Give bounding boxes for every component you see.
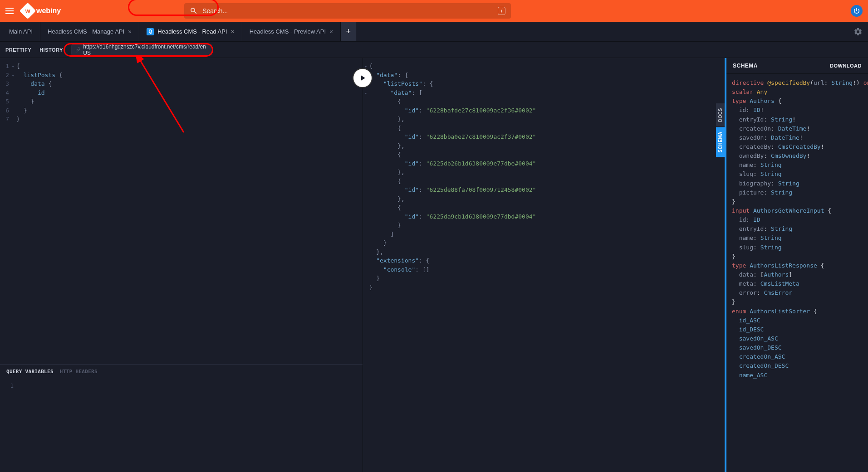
schema-line: name: String	[732, 161, 863, 170]
endpoint-url-input[interactable]: https://d16nhgqznszc7v.cloudfront.net/cm…	[71, 44, 212, 55]
schema-line: createdBy: CmsCreatedBy!	[732, 142, 863, 151]
global-search[interactable]: /	[184, 3, 511, 19]
variables-panel: QUERY VARIABLES HTTP HEADERS 1	[0, 364, 363, 468]
query-variables-tab[interactable]: QUERY VARIABLES	[6, 368, 54, 376]
play-icon	[358, 73, 367, 83]
graphql-toolbar: PRETTIFY HISTORY https://d16nhgqznszc7v.…	[0, 42, 868, 58]
result-line: ▾ "listPosts": {	[363, 79, 725, 88]
tab-label: Main API	[9, 28, 33, 35]
result-line: "id": "6228bafde27c810009ac2f36#0002"	[363, 106, 725, 115]
schema-rail-tab[interactable]: SCHEMA	[716, 127, 725, 157]
tab-1[interactable]: Headless CMS - Manage API×	[40, 22, 139, 41]
schema-line: enum AuthorsListSorter {	[732, 307, 863, 316]
brand-name: webiny	[36, 7, 61, 15]
schema-line: savedOn: DateTime!	[732, 133, 863, 142]
search-icon	[190, 7, 198, 15]
schema-line: }	[732, 297, 863, 307]
query-line: 3 data {	[0, 79, 363, 88]
schema-line: slug: String	[732, 243, 863, 252]
power-button[interactable]	[851, 5, 863, 17]
result-line: },	[363, 168, 725, 177]
result-line: }	[363, 221, 725, 230]
result-line: }	[363, 238, 725, 248]
history-button[interactable]: HISTORY	[39, 47, 63, 53]
schema-line: slug: String	[732, 170, 863, 179]
docs-rail-tab[interactable]: DOCS	[716, 103, 725, 127]
result-line: "extensions": {	[363, 256, 725, 265]
schema-line: scalar Any	[732, 88, 863, 97]
schema-line: ownedBy: CmsOwnedBy!	[732, 151, 863, 161]
schema-line: createdOn_ASC	[732, 352, 863, 361]
schema-line: name: String	[732, 234, 863, 243]
result-line: {	[363, 177, 725, 186]
query-line: 1▾{	[0, 62, 363, 71]
result-line: "console": []	[363, 265, 725, 274]
result-line: {	[363, 97, 725, 106]
result-viewer[interactable]: ▾{▾ "data": {▾ "listPosts": {▾ "data": […	[363, 58, 725, 472]
result-line: "id": "6228bba0e27c810009ac2f37#0002"	[363, 132, 725, 141]
result-line: ▾ "data": [	[363, 88, 725, 97]
result-line: {	[363, 124, 725, 133]
endpoint-url-text: https://d16nhgqznszc7v.cloudfront.net/cm…	[83, 44, 208, 56]
schema-line: id_DESC	[732, 325, 863, 334]
result-line: }	[363, 274, 725, 283]
search-input[interactable]	[202, 7, 493, 15]
query-line: 5 }	[0, 97, 363, 106]
search-kbd-hint: /	[498, 7, 505, 15]
schema-line: id: ID!	[732, 106, 863, 115]
tab-label: Headless CMS - Read API	[157, 28, 227, 35]
execute-button[interactable]	[353, 68, 373, 88]
link-icon	[75, 47, 80, 53]
close-icon[interactable]: ×	[230, 28, 234, 35]
http-headers-tab[interactable]: HTTP HEADERS	[60, 368, 98, 376]
result-line: }	[363, 283, 725, 292]
tab-3[interactable]: Headless CMS - Preview API×	[242, 22, 341, 41]
editor-pane: 1▾{2▾ listPosts {3 data {4 id5 }6 }7 } Q…	[0, 58, 725, 472]
schema-line: createdOn: DateTime!	[732, 124, 863, 133]
result-line: ▾ "data": {	[363, 71, 725, 80]
result-line: {	[363, 203, 725, 212]
schema-line: savedOn_ASC	[732, 334, 863, 343]
schema-line: id_ASC	[732, 316, 863, 325]
tab-2[interactable]: QHeadless CMS - Read API×	[139, 22, 242, 41]
result-line: {	[363, 150, 725, 159]
schema-line: entryId: String!	[732, 115, 863, 124]
add-tab-button[interactable]: +	[341, 22, 356, 41]
schema-line: data: [Authors]	[732, 270, 863, 279]
schema-line: input AuthorsGetWhereInput {	[732, 206, 863, 215]
schema-line: picture: String	[732, 188, 863, 197]
query-editor[interactable]: 1▾{2▾ listPosts {3 data {4 id5 }6 }7 } Q…	[0, 58, 363, 472]
prettify-button[interactable]: PRETTIFY	[5, 47, 31, 53]
query-line: 2▾ listPosts {	[0, 71, 363, 80]
schema-line: }	[732, 252, 863, 261]
tab-label: Headless CMS - Manage API	[48, 28, 124, 35]
schema-line: createdOn_DESC	[732, 361, 863, 370]
result-line: "id": "6225da9cb1d6380009e77dbd#0004"	[363, 212, 725, 221]
schema-line: biography: String	[732, 179, 863, 188]
download-button[interactable]: DOWNLOAD	[830, 63, 862, 68]
tab-0[interactable]: Main API	[2, 22, 40, 41]
close-icon[interactable]: ×	[128, 28, 132, 35]
gear-icon	[853, 27, 863, 36]
result-line: },	[363, 141, 725, 151]
schema-title: SCHEMA	[733, 63, 758, 69]
query-line: 6 }	[0, 106, 363, 115]
query-line: 7 }	[0, 115, 363, 124]
menu-hamburger-icon[interactable]	[5, 5, 16, 16]
schema-viewer[interactable]: directive @specifiedBy(url: String!) on …	[726, 74, 868, 472]
schema-line: directive @specifiedBy(url: String!) on …	[732, 78, 863, 88]
close-icon[interactable]: ×	[329, 28, 333, 35]
main-area: 1▾{2▾ listPosts {3 data {4 id5 }6 }7 } Q…	[0, 58, 868, 472]
variables-editor[interactable]: 1	[0, 380, 363, 469]
side-rail: DOCS SCHEMA	[716, 103, 725, 157]
tab-label: Headless CMS - Preview API	[250, 28, 326, 35]
schema-pane: SCHEMA DOWNLOAD directive @specifiedBy(u…	[725, 58, 868, 472]
tabs-settings-button[interactable]	[848, 22, 868, 41]
query-badge-icon: Q	[147, 28, 154, 35]
schema-line: id: ID	[732, 215, 863, 224]
schema-line: entryId: String	[732, 224, 863, 234]
result-line: ]	[363, 230, 725, 239]
schema-line: meta: CmsListMeta	[732, 279, 863, 288]
brand-logo[interactable]: w webiny	[22, 5, 61, 17]
result-line: ▾{	[363, 62, 725, 71]
